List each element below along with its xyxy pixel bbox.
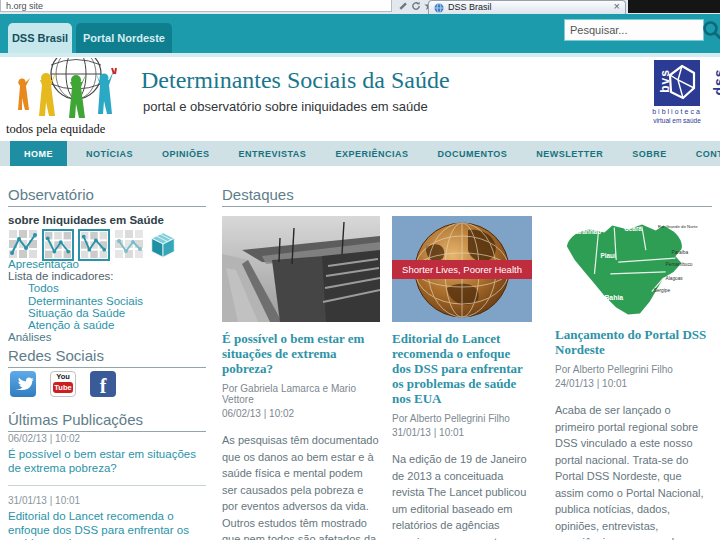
- bvs-caption-line2: virtual em saúde: [650, 117, 704, 124]
- framed-chart-icon[interactable]: [42, 229, 74, 261]
- indicator-icons-row: [8, 229, 178, 261]
- bvs-dss-logo[interactable]: bvs dss biblioteca virtual em saúde: [644, 60, 720, 136]
- header-divider-strip: [0, 53, 720, 57]
- globe-favicon: [434, 3, 444, 13]
- article-byline: Por Gabriela Lamarca e Mario Vettore: [222, 383, 380, 405]
- article-title-link[interactable]: Editorial do Lancet recomenda o enfoque …: [392, 331, 532, 406]
- figure-cyan: [95, 68, 116, 114]
- map-label: Paraíba: [672, 250, 689, 255]
- publication-date: 31/01/13 | 10:01: [8, 495, 206, 506]
- link-todos[interactable]: Todos: [28, 282, 208, 294]
- site-subtitle: portal e observatório sobre iniquidades …: [143, 99, 428, 114]
- refresh-icon[interactable]: [411, 1, 421, 11]
- figure-yellow: [36, 70, 57, 116]
- address-bar[interactable]: h.org site: [0, 0, 392, 12]
- site-tab-dss-brasil[interactable]: DSS Brasil: [8, 23, 72, 53]
- search-input[interactable]: [564, 19, 704, 41]
- bvs-caption-line1: biblioteca: [650, 108, 704, 115]
- link-determinantes-sociais[interactable]: Determinantes Sociais: [28, 295, 208, 307]
- observatory-subheading: sobre Iniquidades em Saúde: [8, 214, 164, 226]
- map-label: Pernambuco: [666, 262, 693, 267]
- article-body: Na edição de 19 de Janeiro de 2013 a con…: [392, 451, 532, 540]
- observatory-heading: Observatório: [8, 186, 206, 207]
- browser-tab-title: DSS Brasil: [448, 1, 492, 14]
- link-atencao-a-saude[interactable]: Atenção à saúde: [28, 319, 208, 331]
- map-label: Maranhão: [571, 228, 601, 235]
- dss-brasil-page: h.org site DSS Brasil × DSS Brasil Porta…: [0, 0, 720, 540]
- nav-item-sobre[interactable]: SOBRE: [622, 141, 677, 166]
- nav-item-contato[interactable]: CONTATO: [686, 141, 720, 166]
- framed-chart-icon[interactable]: [78, 229, 110, 261]
- publication-date: 06/02/13 | 10:02: [8, 433, 206, 444]
- faded-chart-icon[interactable]: [114, 229, 144, 259]
- nav-item-home[interactable]: HOME: [10, 141, 67, 166]
- map-label: Piauí: [600, 252, 616, 259]
- destaques-heading: Destaques: [222, 186, 712, 207]
- article-column: É possível o bem estar em situações de e…: [222, 216, 380, 540]
- map-label: Sergipe: [654, 288, 671, 293]
- logo-caption: todos pela equidade: [6, 122, 136, 137]
- browser-tab[interactable]: DSS Brasil ×: [428, 0, 626, 14]
- article-date: 24/01/13 | 10:01: [555, 378, 713, 389]
- close-icon[interactable]: ×: [614, 0, 620, 13]
- link-analises[interactable]: Análises: [8, 331, 208, 343]
- browser-chrome: h.org site DSS Brasil ×: [0, 0, 720, 15]
- bvs-logo-dss-text: dss: [711, 59, 720, 105]
- article-column: Maranhão Ceará Rio Grande do Norte Piauí…: [555, 216, 713, 540]
- nordeste-map[interactable]: Maranhão Ceará Rio Grande do Norte Piauí…: [555, 216, 713, 318]
- site-tab-portal-nordeste[interactable]: Portal Nordeste: [76, 23, 172, 53]
- bvs-logo-square: bvs: [654, 60, 700, 106]
- link-apresentacao[interactable]: Apresentação: [8, 258, 208, 270]
- link-situacao-da-saude[interactable]: Situação da Saúde: [28, 307, 208, 319]
- youtube-icon[interactable]: You Tube: [50, 371, 76, 397]
- favela-photo[interactable]: [222, 216, 380, 322]
- pencil-icon[interactable]: [398, 1, 408, 11]
- line-chart-icon[interactable]: [8, 229, 38, 259]
- youtube-you-text: You: [51, 372, 75, 382]
- article-byline: Por Alberto Pellegrini Filho: [555, 364, 713, 375]
- facebook-icon[interactable]: f: [90, 371, 116, 397]
- browser-chrome-dark-area: [628, 0, 720, 13]
- article-byline: Por Alberto Pellegrini Filho: [392, 413, 532, 424]
- nav-item-newsletter[interactable]: NEWSLETTER: [526, 141, 613, 166]
- map-label: Alagoas: [666, 276, 684, 281]
- nav-item-documentos[interactable]: DOCUMENTOS: [427, 141, 517, 166]
- data-cube-icon[interactable]: [148, 229, 178, 259]
- map-label: Rio Grande do Norte: [658, 224, 699, 229]
- publication-item: 31/01/13 | 10:01 Editorial do Lancet rec…: [8, 495, 206, 540]
- publication-separator: [8, 485, 206, 486]
- figure-green: [66, 72, 87, 118]
- article-date: 06/02/13 | 10:02: [222, 408, 380, 419]
- youtube-tube-text: Tube: [53, 382, 73, 393]
- publication-title-link[interactable]: É possível o bem estar em situações de e…: [8, 448, 206, 475]
- lista-indicadores-label: Lista de indicadores:: [8, 270, 208, 282]
- bvs-logo-bvs-text: bvs: [658, 58, 672, 104]
- globe-banner-image[interactable]: Shorter Lives, Poorer Health: [392, 216, 532, 322]
- article-body: Acaba de ser lançado o primeiro portal r…: [555, 402, 713, 540]
- article-title-link[interactable]: É possível o bem estar em situações de e…: [222, 331, 380, 376]
- nav-item-entrevistas[interactable]: ENTREVISTAS: [229, 141, 317, 166]
- article-column: Shorter Lives, Poorer Health Editorial d…: [392, 216, 532, 540]
- site-title: Determinantes Sociais da Saúde: [141, 67, 450, 94]
- map-label: Bahia: [604, 294, 623, 301]
- nav-item-opinioes[interactable]: OPINIÕES: [152, 141, 220, 166]
- article-date: 31/01/13 | 10:01: [392, 427, 532, 438]
- magnifier-icon[interactable]: [702, 20, 720, 40]
- publication-title-link[interactable]: Editorial do Lancet recomenda o enfoque …: [8, 510, 206, 540]
- observatory-menu: Apresentação Lista de indicadores: Todos…: [8, 258, 208, 343]
- nav-item-noticias[interactable]: NOTÍCIAS: [76, 141, 143, 166]
- globe-banner-text: Shorter Lives, Poorer Health: [402, 264, 522, 275]
- social-icons-row: You Tube f: [10, 371, 116, 397]
- nav-item-experiencias[interactable]: EXPERIÊNCIAS: [325, 141, 418, 166]
- publications-list: 06/02/13 | 10:02 É possível o bem estar …: [8, 433, 206, 540]
- publications-heading: Últimas Publicações: [8, 411, 206, 432]
- article-title-link[interactable]: Lançamento do Portal DSS Nordeste: [555, 327, 713, 357]
- main-nav: HOME NOTÍCIAS OPINIÕES ENTREVISTAS EXPER…: [0, 141, 720, 166]
- map-label: Ceará: [624, 225, 642, 232]
- article-body: As pesquisas têm documentado que os dano…: [222, 432, 380, 540]
- twitter-icon[interactable]: [10, 371, 36, 397]
- social-heading: Redes Sociais: [8, 347, 206, 368]
- figure-orange: [16, 78, 30, 110]
- publication-item: 06/02/13 | 10:02 É possível o bem estar …: [8, 433, 206, 475]
